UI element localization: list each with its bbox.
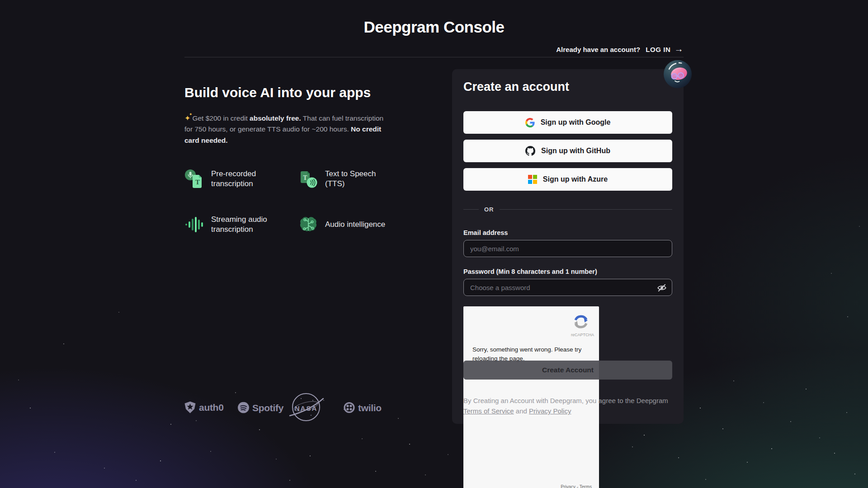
feature-label: Streaming audio transcription [211,215,279,235]
feature-prerecorded: T Pre-recorded transcription [184,169,298,189]
feature-streaming: Streaming audio transcription [184,215,298,235]
login-link[interactable]: LOG IN → [646,45,684,54]
page-title: Build voice AI into your apps [184,85,371,100]
oauth-label: Sign up with Azure [543,175,608,183]
signup-google-button[interactable]: Sign up with Google [463,111,672,134]
recaptcha-footer-links[interactable]: Privacy - Terms [561,484,592,488]
signup-page: Deepgram Console Already have an account… [0,0,868,488]
email-label: Email address [463,229,672,236]
terms-text: By Creating an Account with Deepgram, yo… [463,395,674,417]
feature-label: Pre-recorded transcription [211,169,279,189]
auth0-logo: auth0 [184,401,224,414]
arrow-right-icon: → [674,44,684,53]
eye-off-icon [657,283,667,293]
password-label: Password (Min 8 characters and 1 number) [463,268,672,275]
google-icon [525,118,535,127]
signup-title: Create an account [463,80,672,94]
terms-of-service-link[interactable]: Terms of Service [463,407,514,415]
signup-azure-button[interactable]: Sign up with Azure [463,168,672,191]
oauth-label: Sign up with Google [541,118,611,127]
toggle-password-visibility-button[interactable] [657,283,667,293]
feature-label: Audio intelligence [325,220,385,230]
mascot-avatar[interactable] [664,60,692,88]
svg-text:T: T [303,174,307,181]
email-field[interactable] [463,240,672,257]
azure-icon [528,175,537,184]
svg-text:T: T [195,178,200,186]
auth0-shield-icon [184,401,196,414]
or-label: OR [484,206,494,213]
spotify-logo: Spotify [238,402,283,413]
create-account-button[interactable]: Create Account [463,361,672,380]
feature-grid: T Pre-recorded transcription T Text to S… [184,169,393,235]
twilio-logo: twilio [344,402,382,413]
spotify-icon [238,402,249,413]
content-container: Already have an account? LOG IN → Build … [184,0,684,488]
waveform-icon [184,215,204,235]
brain-circuit-icon [298,215,318,235]
login-prompt: Already have an account? [556,46,640,53]
oauth-label: Sign up with GitHub [541,147,610,155]
github-icon [525,146,535,156]
signup-github-button[interactable]: Sign up with GitHub [463,140,672,162]
feature-intelligence: Audio intelligence [298,215,393,235]
nasa-logo: NASA [288,389,325,426]
auth0-wordmark: auth0 [199,402,224,413]
login-row: Already have an account? LOG IN → [556,45,684,54]
starfield-decor [0,0,1,1]
signup-card: Create an account Sign up with Google Si… [452,69,684,424]
sparkle-icon: ✦✦ [184,114,190,122]
login-label: LOG IN [646,46,670,53]
header-divider [184,57,684,57]
document-mic-icon: T [184,169,204,189]
feature-tts: T Text to Speech (TTS) [298,169,393,189]
twilio-wordmark: twilio [358,402,382,413]
or-divider: OR [463,206,672,213]
feature-label: Text to Speech (TTS) [325,169,393,189]
document-speaker-icon: T [298,169,318,189]
password-wrap [463,279,672,296]
privacy-policy-link[interactable]: Privacy Policy [529,407,571,415]
hero-pitch: ✦✦Get $200 in credit absolutely free. Th… [184,113,389,146]
twilio-icon [344,402,355,413]
spotify-wordmark: Spotify [252,402,283,413]
nasa-wordmark: NASA [288,404,325,412]
recaptcha-icon [573,314,589,330]
password-field[interactable] [463,279,672,296]
recaptcha-brand: reCAPTCHA [571,333,591,337]
recaptcha-logo: reCAPTCHA [571,314,591,337]
